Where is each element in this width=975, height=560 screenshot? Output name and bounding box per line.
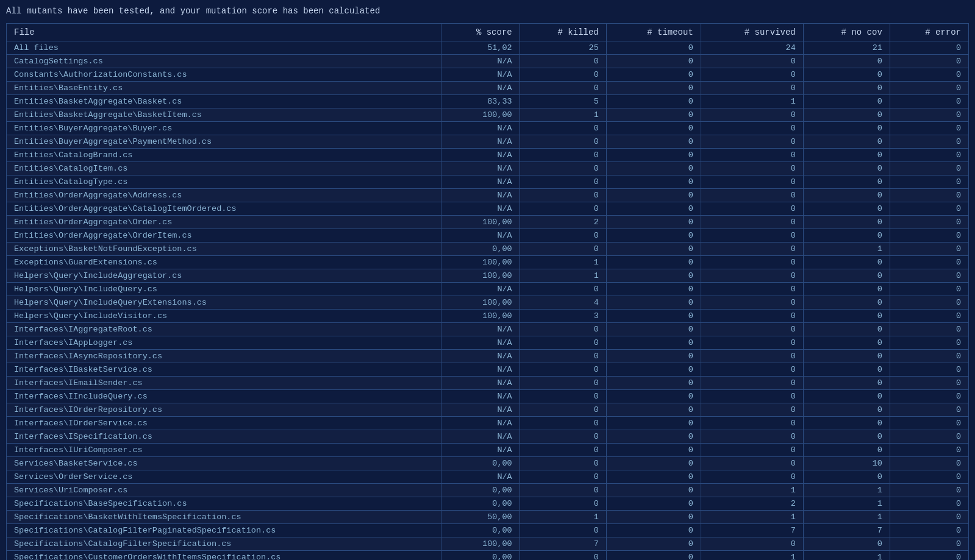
cell-killed: 0 bbox=[520, 229, 606, 243]
cell-no-cov: 0 bbox=[803, 363, 890, 377]
table-row: Exceptions\BasketNotFoundException.cs0,0… bbox=[7, 243, 969, 256]
cell-score: 100,00 bbox=[441, 108, 520, 122]
cell-survived: 0 bbox=[701, 310, 803, 323]
cell-file: Entities\OrderAggregate\CatalogItemOrder… bbox=[7, 202, 441, 216]
cell-score: N/A bbox=[441, 417, 520, 430]
cell-error: 0 bbox=[890, 350, 968, 363]
cell-file: Interfaces\IAsyncRepository.cs bbox=[7, 350, 441, 363]
cell-error: 0 bbox=[890, 175, 968, 189]
cell-killed: 0 bbox=[520, 350, 606, 363]
cell-survived: 0 bbox=[701, 243, 803, 256]
cell-score: 100,00 bbox=[441, 310, 520, 323]
cell-score: N/A bbox=[441, 336, 520, 350]
cell-error: 0 bbox=[890, 122, 968, 135]
cell-no-cov: 0 bbox=[803, 55, 890, 68]
table-row: Helpers\Query\IncludeQuery.csN/A00000 bbox=[7, 283, 969, 296]
cell-survived: 0 bbox=[701, 216, 803, 229]
cell-file: Exceptions\BasketNotFoundException.cs bbox=[7, 243, 441, 256]
cell-no-cov: 0 bbox=[803, 108, 890, 122]
cell-error: 0 bbox=[890, 216, 968, 229]
cell-file: CatalogSettings.cs bbox=[7, 55, 441, 68]
cell-timeout: 0 bbox=[606, 189, 701, 202]
cell-survived: 0 bbox=[701, 444, 803, 457]
table-row: Entities\BasketAggregate\BasketItem.cs10… bbox=[7, 108, 969, 122]
cell-error: 0 bbox=[890, 403, 968, 417]
cell-file: Exceptions\GuardExtensions.cs bbox=[7, 256, 441, 269]
cell-killed: 0 bbox=[520, 189, 606, 202]
cell-survived: 0 bbox=[701, 430, 803, 444]
cell-killed: 1 bbox=[520, 269, 606, 283]
cell-no-cov: 0 bbox=[803, 323, 890, 336]
cell-timeout: 0 bbox=[606, 243, 701, 256]
cell-survived: 0 bbox=[701, 108, 803, 122]
cell-killed: 0 bbox=[520, 377, 606, 390]
cell-error: 0 bbox=[890, 390, 968, 403]
cell-survived: 0 bbox=[701, 457, 803, 470]
cell-timeout: 0 bbox=[606, 149, 701, 162]
cell-no-cov: 0 bbox=[803, 202, 890, 216]
cell-timeout: 0 bbox=[606, 296, 701, 310]
cell-score: N/A bbox=[441, 444, 520, 457]
table-row: Helpers\Query\IncludeAggregator.cs100,00… bbox=[7, 269, 969, 283]
cell-timeout: 0 bbox=[606, 484, 701, 497]
cell-killed: 0 bbox=[520, 82, 606, 95]
cell-killed: 0 bbox=[520, 403, 606, 417]
cell-survived: 0 bbox=[701, 122, 803, 135]
cell-score: N/A bbox=[441, 202, 520, 216]
cell-error: 0 bbox=[890, 55, 968, 68]
cell-score: N/A bbox=[441, 122, 520, 135]
table-row: Interfaces\IOrderService.csN/A00000 bbox=[7, 417, 969, 430]
cell-no-cov: 0 bbox=[803, 68, 890, 82]
cell-no-cov: 0 bbox=[803, 256, 890, 269]
cell-no-cov: 0 bbox=[803, 82, 890, 95]
cell-error: 0 bbox=[890, 189, 968, 202]
cell-killed: 1 bbox=[520, 256, 606, 269]
cell-no-cov: 0 bbox=[803, 229, 890, 243]
cell-killed: 0 bbox=[520, 444, 606, 457]
table-row: Interfaces\ISpecification.csN/A00000 bbox=[7, 430, 969, 444]
cell-score: N/A bbox=[441, 229, 520, 243]
table-row: Interfaces\IIncludeQuery.csN/A00000 bbox=[7, 390, 969, 403]
col-timeout: # timeout bbox=[606, 24, 701, 41]
table-row: Interfaces\IBasketService.csN/A00000 bbox=[7, 363, 969, 377]
cell-no-cov: 1 bbox=[803, 243, 890, 256]
cell-timeout: 0 bbox=[606, 457, 701, 470]
cell-survived: 0 bbox=[701, 336, 803, 350]
table-row: Interfaces\IAggregateRoot.csN/A00000 bbox=[7, 323, 969, 336]
cell-survived: 0 bbox=[701, 189, 803, 202]
cell-survived: 0 bbox=[701, 68, 803, 82]
cell-timeout: 0 bbox=[606, 175, 701, 189]
cell-survived: 0 bbox=[701, 537, 803, 551]
cell-score: N/A bbox=[441, 162, 520, 175]
cell-error: 0 bbox=[890, 537, 968, 551]
cell-survived: 0 bbox=[701, 470, 803, 484]
cell-survived: 2 bbox=[701, 497, 803, 511]
cell-file: Entities\BasketAggregate\BasketItem.cs bbox=[7, 108, 441, 122]
cell-timeout: 0 bbox=[606, 202, 701, 216]
table-row: Entities\CatalogBrand.csN/A00000 bbox=[7, 149, 969, 162]
cell-no-cov: 0 bbox=[803, 175, 890, 189]
cell-killed: 0 bbox=[520, 363, 606, 377]
cell-file: Entities\CatalogItem.cs bbox=[7, 162, 441, 175]
cell-killed: 0 bbox=[520, 551, 606, 561]
cell-error: 0 bbox=[890, 444, 968, 457]
cell-no-cov: 0 bbox=[803, 417, 890, 430]
cell-error: 0 bbox=[890, 68, 968, 82]
cell-file: Services\OrderService.cs bbox=[7, 470, 441, 484]
cell-error: 0 bbox=[890, 470, 968, 484]
cell-file: Interfaces\IEmailSender.cs bbox=[7, 377, 441, 390]
cell-timeout: 0 bbox=[606, 95, 701, 108]
cell-killed: 0 bbox=[520, 162, 606, 175]
table-row: Specifications\BaseSpecification.cs0,000… bbox=[7, 497, 969, 511]
cell-survived: 0 bbox=[701, 135, 803, 149]
table-row: Specifications\BasketWithItemsSpecificat… bbox=[7, 511, 969, 524]
table-row: Interfaces\IEmailSender.csN/A00000 bbox=[7, 377, 969, 390]
cell-file: Specifications\BasketWithItemsSpecificat… bbox=[7, 511, 441, 524]
cell-killed: 0 bbox=[520, 68, 606, 82]
cell-error: 0 bbox=[890, 551, 968, 561]
cell-no-cov: 0 bbox=[803, 269, 890, 283]
cell-score: N/A bbox=[441, 189, 520, 202]
cell-error: 0 bbox=[890, 283, 968, 296]
col-file: File bbox=[7, 24, 441, 41]
cell-survived: 0 bbox=[701, 377, 803, 390]
